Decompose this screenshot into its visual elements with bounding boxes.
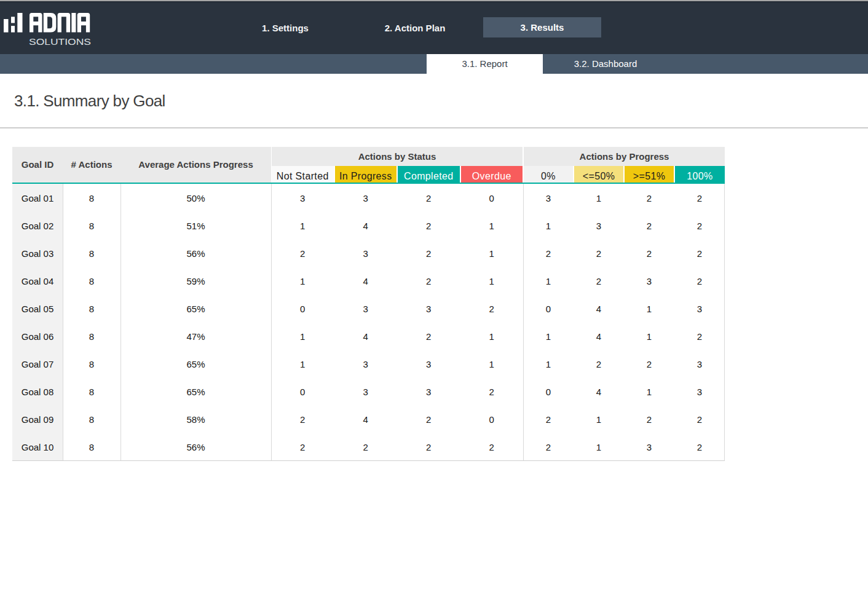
svg-text:SOLUTIONS: SOLUTIONS xyxy=(29,36,91,47)
